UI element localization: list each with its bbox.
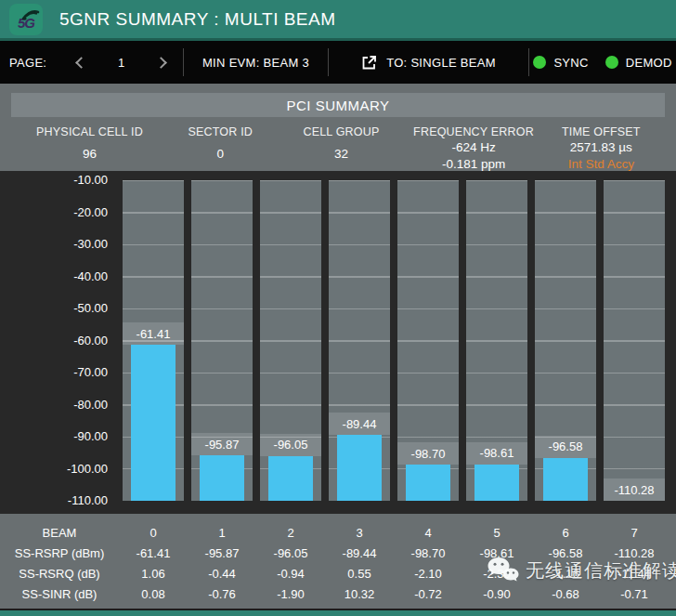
page-label: PAGE:: [9, 56, 46, 70]
table-cell: -61.41: [119, 546, 188, 560]
min-evm-indicator[interactable]: MIN EVM: BEAM 3: [184, 56, 328, 70]
rsrp-bar-beam-1: [200, 455, 244, 501]
pci-field-physical-cell-id: PHYSICAL CELL ID96: [11, 125, 168, 171]
pci-field-label: PHYSICAL CELL ID: [11, 125, 168, 138]
y-axis-tick-label: -50.00: [0, 301, 108, 316]
title-bar: 5G 5GNR SUMMARY : MULTI BEAM: [0, 0, 676, 41]
beam-column-6: -96.58: [535, 180, 596, 501]
table-cell: -0.44: [188, 567, 256, 581]
pci-field-label: SECTOR ID: [168, 125, 273, 138]
table-cell: 3: [325, 526, 394, 540]
page-number[interactable]: 1: [112, 56, 131, 70]
table-row-beam: BEAM01234567: [0, 522, 676, 543]
table-cell: 0: [119, 526, 188, 540]
table-cell: -110.28: [600, 546, 669, 560]
pci-field-value: -624 Hz: [410, 140, 537, 154]
pci-field-value: 2571.83 µs: [538, 140, 665, 154]
page-prev-button[interactable]: [70, 52, 90, 72]
table-cell: 7: [600, 526, 669, 540]
bar-value-label: -96.58: [535, 436, 596, 458]
rsrp-bar-beam-5: [474, 465, 519, 501]
rsrp-bar-beam-0: [131, 345, 176, 501]
table-cell: -95.87: [188, 546, 256, 560]
bar-value-label: -110.28: [604, 478, 665, 501]
pci-summary-header: PCI SUMMARY: [11, 93, 665, 117]
beam-rsrp-chart: -10.00-20.00-30.00-40.00-50.00-60.00-70.…: [0, 171, 676, 514]
y-axis-tick-label: -80.00: [0, 398, 108, 413]
y-axis-tick-label: -110.00: [0, 493, 108, 508]
status-indicators: SYNC DEMOD: [529, 56, 676, 70]
table-cell: 1: [188, 526, 256, 540]
pci-summary-section: PCI SUMMARY PHYSICAL CELL ID96SECTOR ID0…: [0, 84, 676, 171]
y-axis-tick-label: -100.00: [0, 462, 108, 477]
chart-y-axis: -10.00-20.00-30.00-40.00-50.00-60.00-70.…: [0, 180, 113, 501]
beam-column-2: -96.05: [260, 180, 321, 501]
y-axis-tick-label: -10.00: [0, 173, 108, 188]
pci-field-value: 96: [11, 147, 168, 161]
y-axis-tick-label: -90.00: [0, 429, 108, 444]
table-cell: 6: [531, 526, 600, 540]
table-row-label: SS-RSRQ (dB): [0, 567, 119, 581]
bar-value-label: -61.41: [123, 322, 184, 345]
table-cell: 10.32: [325, 587, 394, 601]
page-next-button[interactable]: [153, 52, 174, 72]
table-cell: -11.44: [600, 567, 669, 581]
to-single-beam-label: TO: SINGLE BEAM: [386, 56, 496, 70]
bar-value-label: -96.05: [260, 434, 321, 456]
beam-column-5: -98.61: [466, 180, 527, 501]
table-cell: -98.70: [394, 546, 462, 560]
table-cell: -0.94: [256, 567, 325, 581]
rsrp-bar-beam-4: [406, 465, 450, 501]
pci-field-label: CELL GROUP: [273, 125, 410, 138]
sync-status-dot-icon: [533, 56, 546, 69]
pci-field-frequency-error: FREQUENCY ERROR-624 Hz-0.181 ppm: [410, 125, 537, 171]
nav-bar: PAGE: 1 MIN EVM: BEAM 3 TO: SINGLE BEAM …: [0, 41, 676, 84]
table-cell: 2: [256, 526, 325, 540]
table-cell: -0.90: [462, 587, 531, 601]
chevron-left-icon: [75, 57, 87, 69]
bar-value-label: -98.70: [397, 442, 459, 465]
beam-column-4: -98.70: [397, 180, 459, 501]
pci-field-value: 0: [168, 147, 273, 161]
table-cell: -1.16: [531, 567, 600, 581]
table-cell: 4: [394, 526, 462, 540]
table-cell: 1.06: [119, 567, 188, 581]
table-cell: -1.90: [256, 587, 325, 601]
to-single-beam-button[interactable]: TO: SINGLE BEAM: [329, 55, 528, 71]
beam-column-0: -61.41: [123, 180, 184, 501]
table-cell: -96.05: [256, 546, 325, 560]
table-row-label: BEAM: [0, 526, 119, 540]
table-cell: -2.30: [462, 567, 531, 581]
sync-label: SYNC: [553, 56, 588, 70]
table-cell: -89.44: [325, 546, 394, 560]
table-row-label: SS-SINR (dB): [0, 587, 119, 601]
sync-status: SYNC: [533, 56, 588, 70]
pci-field-value: 32: [273, 147, 410, 161]
chevron-right-icon: [156, 57, 168, 69]
rsrp-bar-beam-2: [268, 456, 313, 501]
pci-summary-grid: PHYSICAL CELL ID96SECTOR ID0CELL GROUP32…: [11, 125, 665, 171]
demod-status-dot-icon: [605, 56, 618, 69]
5g-logo-icon: 5G: [9, 4, 43, 35]
table-row-ss-sinr-db-: SS-SINR (dB)0.08-0.76-1.9010.32-0.72-0.9…: [0, 583, 676, 604]
table-cell: 5: [462, 526, 531, 540]
table-cell: 0.55: [325, 567, 394, 581]
rsrp-bar-beam-6: [543, 458, 588, 501]
beam-column-7: -110.28: [604, 180, 665, 501]
y-axis-tick-label: -20.00: [0, 205, 108, 220]
pci-field-subvalue: -0.181 ppm: [410, 157, 537, 171]
beam-column-3: -89.44: [329, 180, 390, 501]
table-cell: 0.08: [119, 587, 188, 601]
pci-field-time-offset: TIME OFFSET2571.83 µsInt Std Accy: [538, 125, 665, 171]
bar-value-label: -89.44: [329, 413, 390, 435]
pci-field-label: FREQUENCY ERROR: [410, 125, 537, 138]
demod-status: DEMOD: [605, 56, 672, 70]
table-cell: -0.71: [600, 587, 669, 601]
pci-field-cell-group: CELL GROUP32: [273, 125, 410, 171]
demod-label: DEMOD: [626, 56, 672, 70]
y-axis-tick-label: -70.00: [0, 365, 108, 380]
table-cell: -0.72: [394, 587, 462, 601]
footer-bar: [0, 609, 676, 616]
y-axis-tick-label: -40.00: [0, 269, 108, 284]
page-selector: PAGE: 1: [0, 52, 183, 72]
